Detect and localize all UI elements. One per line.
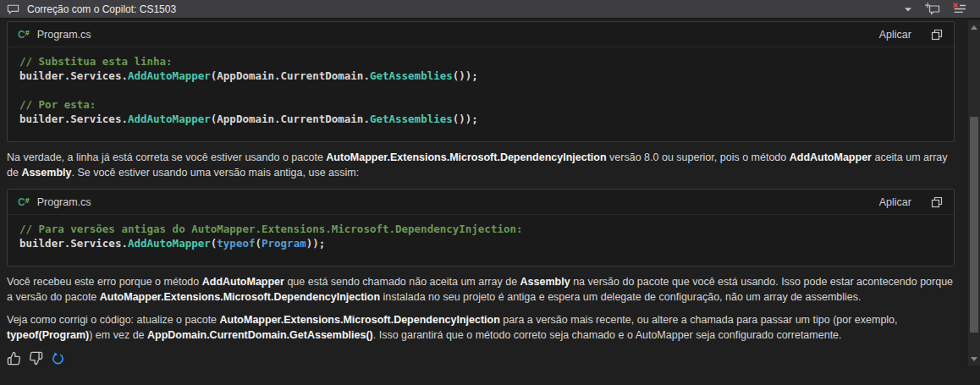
copy-icon[interactable] <box>930 195 944 209</box>
code-token: // Para versões antigas do AutoMapper.Ex… <box>19 223 523 235</box>
vertical-scrollbar[interactable] <box>968 20 980 366</box>
scroll-down-icon[interactable] <box>968 352 980 366</box>
code-token: builder.Services. <box>19 69 128 82</box>
text-segment: . Se você estiver usando uma versão mais… <box>71 167 359 179</box>
text-segment: typeof(Program) <box>7 329 89 341</box>
clear-list-icon[interactable] <box>952 2 966 16</box>
titlebar: Correção com o Copilot: CS1503 <box>0 0 980 19</box>
copy-icon[interactable] <box>930 28 944 41</box>
code-token: AddAutoMapper <box>128 69 211 82</box>
scrollbar-thumb[interactable] <box>970 117 978 333</box>
text-segment: Você recebeu este erro porque o método <box>7 276 202 288</box>
code-token: builder.Services. <box>19 113 128 125</box>
text-segment: para a versão mais recente, ou altere a … <box>500 314 898 326</box>
text-segment: Assembly <box>520 276 570 288</box>
code-line: // Substitua esta linha: <box>19 54 942 69</box>
text-segment: Assembly <box>21 167 71 179</box>
code-content: // Substitua esta linha:builder.Services… <box>8 47 954 141</box>
retry-icon[interactable] <box>51 351 65 366</box>
text-segment: AutoMapper.Extensions.Microsoft.Dependen… <box>100 291 380 303</box>
code-line: builder.Services.AddAutoMapper(AppDomain… <box>19 69 942 83</box>
code-block-2: C# Program.cs Aplicar // Para versões an… <box>7 189 955 267</box>
scroll-up-icon[interactable] <box>968 20 980 34</box>
text-segment: AddAutoMapper <box>790 151 872 163</box>
code-filename: Program.cs <box>37 196 91 208</box>
code-token: )); <box>306 237 326 250</box>
apply-button[interactable]: Aplicar <box>876 27 915 42</box>
text-segment: AutoMapper.Extensions.Microsoft.Dependen… <box>326 151 606 163</box>
explanation-paragraph: Na verdade, a linha já está correta se v… <box>7 151 955 180</box>
text-segment: que está sendo chamado não aceita um arr… <box>284 276 520 288</box>
code-line: // Para versões antigas do AutoMapper.Ex… <box>19 222 942 236</box>
apply-button[interactable]: Aplicar <box>876 195 915 210</box>
code-token: Program <box>262 237 306 250</box>
window-menu-chevron-down-icon[interactable] <box>904 6 912 13</box>
window-title: Correção com o Copilot: CS1503 <box>27 3 176 15</box>
titlebar-actions <box>904 2 966 16</box>
code-line: builder.Services.AddAutoMapper(typeof(Pr… <box>19 236 942 250</box>
feedback-bar <box>7 351 955 366</box>
text-segment: versão 8.0 ou superior, pois o método <box>607 151 790 163</box>
code-token: // Por esta: <box>19 98 96 111</box>
code-token: (AppDomain.CurrentDomain. <box>211 69 370 82</box>
text-segment: instalada no seu projeto é antiga e espe… <box>380 291 861 303</box>
explanation-paragraph: Você recebeu este erro porque o método A… <box>7 275 955 305</box>
text-segment: AddAutoMapper <box>202 276 284 288</box>
code-line: // Por esta: <box>19 97 942 112</box>
code-token: // Substitua esta linha: <box>19 55 173 68</box>
thumbs-up-icon[interactable] <box>7 351 21 366</box>
code-token: AddAutoMapper <box>128 237 211 250</box>
text-segment: Na verdade, a linha já está correta se v… <box>7 151 326 163</box>
text-segment: AppDomain.CurrentDomain.GetAssemblies() <box>147 329 373 341</box>
code-line <box>19 83 942 97</box>
text-segment: Veja como corrigi o código: atualize o p… <box>7 314 220 326</box>
chat-response-area: C# Program.cs Aplicar // Substitua esta … <box>0 19 967 385</box>
code-token: ()); <box>453 113 478 125</box>
code-content: // Para versões antigas do AutoMapper.Ex… <box>8 215 954 266</box>
code-token: (AppDomain.CurrentDomain. <box>211 113 370 125</box>
code-token: typeof <box>217 237 255 250</box>
code-token: GetAssemblies <box>370 113 453 125</box>
code-filename: Program.cs <box>37 29 91 41</box>
code-block-header: C# Program.cs Aplicar <box>8 22 954 47</box>
code-token: GetAssemblies <box>370 69 453 82</box>
new-chat-icon[interactable] <box>924 2 940 16</box>
code-token: AddAutoMapper <box>128 113 211 125</box>
explanation-paragraph: Veja como corrigi o código: atualize o p… <box>7 313 955 343</box>
csharp-icon: C# <box>18 29 30 41</box>
text-segment: ) em vez de <box>89 329 147 341</box>
code-block-1: C# Program.cs Aplicar // Substitua esta … <box>7 21 955 142</box>
csharp-icon: C# <box>18 196 30 208</box>
text-segment: . Isso garantirá que o método correto se… <box>373 329 842 341</box>
code-token: ( <box>255 237 262 250</box>
code-block-header: C# Program.cs Aplicar <box>8 190 954 215</box>
scrollbar-track[interactable] <box>968 34 980 352</box>
comment-bubble-icon <box>7 3 19 15</box>
text-segment: AutoMapper.Extensions.Microsoft.Dependen… <box>220 314 500 326</box>
thumbs-down-icon[interactable] <box>29 351 43 366</box>
code-token: ()); <box>453 69 478 82</box>
code-line: builder.Services.AddAutoMapper(AppDomain… <box>19 112 942 126</box>
code-token: builder.Services. <box>19 237 128 250</box>
